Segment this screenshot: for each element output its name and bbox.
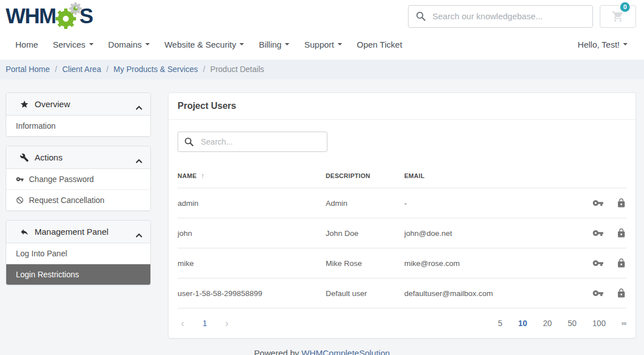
user-name: mike — [178, 259, 326, 268]
search-icon — [184, 137, 194, 147]
key-icon[interactable] — [592, 197, 604, 209]
top-header: WHM — [0, 0, 644, 32]
cart-count-badge: 0 — [619, 1, 631, 13]
breadcrumb-separator: / — [55, 65, 57, 74]
key-icon[interactable] — [592, 257, 604, 269]
table-search — [178, 132, 327, 152]
breadcrumb: Portal Home / Client Area / My Products … — [6, 65, 636, 74]
lock-icon[interactable] — [616, 228, 626, 238]
breadcrumb-bar: Portal Home / Client Area / My Products … — [0, 60, 644, 79]
panel-title: Overview — [35, 99, 70, 109]
prev-page-button[interactable]: ‹ — [178, 318, 188, 328]
user-name: user-1-58-58-299858899 — [178, 289, 326, 298]
logo-text-left: WHM — [6, 6, 56, 27]
page-size-10[interactable]: 10 — [518, 319, 527, 328]
panel-header-actions[interactable]: Actions — [6, 146, 150, 169]
table-row: mike Mike Rose mike@rose.com — [178, 248, 626, 278]
sidebar-panel-overview: Overview Information — [6, 92, 151, 137]
chevron-down-icon — [89, 43, 94, 45]
lock-icon[interactable] — [616, 258, 626, 268]
user-email: mike@rose.com — [404, 259, 574, 268]
whmcs-logo[interactable]: WHM — [6, 1, 92, 32]
chevron-up-icon — [136, 102, 142, 107]
page-size-all[interactable]: ∞ — [621, 319, 626, 327]
knowledgebase-search — [408, 5, 593, 28]
lock-icon[interactable] — [616, 198, 626, 208]
table-header-row: NAME ↑ DESCRIPTION EMAIL — [178, 168, 626, 188]
nav-item-billing[interactable]: Billing — [251, 35, 297, 54]
reply-arrow-icon — [20, 227, 29, 236]
panel-header-management[interactable]: Management Panel — [6, 221, 150, 243]
footer: Powered by WHMCompleteSolution — [0, 339, 644, 355]
sidebar-item-change-password[interactable]: Change Password — [6, 169, 150, 190]
key-icon[interactable] — [592, 288, 604, 299]
nav-item-open-ticket[interactable]: Open Ticket — [350, 35, 410, 54]
next-page-button[interactable]: › — [222, 318, 232, 328]
nav-item-domains[interactable]: Domains — [101, 35, 157, 54]
sidebar: Overview Information Actions — [6, 92, 151, 294]
page-size-5[interactable]: 5 — [498, 319, 503, 328]
sidebar-panel-management: Management Panel Log Into Panel Login Re… — [6, 220, 151, 285]
users-table: NAME ↑ DESCRIPTION EMAIL admin Admin - — [178, 168, 626, 308]
chevron-down-icon — [285, 43, 289, 45]
page-size-50[interactable]: 50 — [568, 319, 577, 328]
breadcrumb-portal-home[interactable]: Portal Home — [6, 65, 50, 74]
main-content: Project Users NAME ↑ DESCRIPTION — [168, 92, 636, 339]
user-description: Mike Rose — [326, 259, 404, 268]
page-size-20[interactable]: 20 — [543, 319, 552, 328]
key-icon — [16, 175, 24, 183]
sidebar-item-log-into-panel[interactable]: Log Into Panel — [6, 243, 150, 264]
star-icon — [20, 100, 29, 109]
search-icon — [415, 11, 426, 22]
table-row: john John Doe john@doe.net — [178, 218, 626, 248]
footer-link-whmcompletesolution[interactable]: WHMCompleteSolution — [301, 348, 390, 355]
main-nav: Home Services Domains Website & Security… — [0, 32, 644, 60]
user-description: Default user — [326, 289, 404, 298]
chevron-down-icon — [623, 43, 628, 45]
sort-asc-icon: ↑ — [201, 172, 204, 180]
sidebar-item-request-cancellation[interactable]: Request Cancellation — [6, 190, 150, 210]
user-email: - — [404, 199, 574, 208]
pagination: ‹ 1 › 5 10 20 50 100 ∞ — [169, 308, 635, 338]
user-menu[interactable]: Hello, Test! — [570, 35, 635, 54]
column-header-description[interactable]: DESCRIPTION — [326, 172, 404, 179]
chevron-down-icon — [145, 43, 150, 45]
user-email: john@doe.net — [404, 229, 574, 238]
gear-icon — [54, 2, 82, 33]
breadcrumb-my-products-services[interactable]: My Products & Services — [113, 65, 198, 74]
breadcrumb-separator: / — [203, 65, 205, 74]
footer-text: Powered by — [254, 348, 301, 355]
ban-icon — [16, 196, 24, 204]
page-number-1[interactable]: 1 — [199, 319, 211, 328]
nav-item-home[interactable]: Home — [8, 35, 45, 54]
panel-title: Management Panel — [35, 227, 108, 236]
sidebar-item-login-restrictions[interactable]: Login Restrictions — [6, 264, 150, 285]
nav-item-services[interactable]: Services — [45, 35, 101, 54]
knowledgebase-search-input[interactable] — [408, 5, 593, 28]
chevron-up-icon — [136, 155, 142, 160]
lock-icon[interactable] — [616, 288, 626, 298]
chevron-down-icon — [338, 43, 342, 45]
sidebar-item-information[interactable]: Information — [6, 116, 150, 136]
breadcrumb-client-area[interactable]: Client Area — [62, 65, 101, 74]
key-icon[interactable] — [592, 227, 604, 239]
user-name: admin — [178, 199, 326, 208]
column-header-name[interactable]: NAME ↑ — [178, 172, 326, 180]
user-email: defaultuser@mailbox.com — [404, 289, 574, 298]
page-size-selector: 5 10 20 50 100 ∞ — [498, 319, 626, 328]
breadcrumb-product-details: Product Details — [211, 65, 264, 74]
page-title: Project Users — [169, 93, 635, 120]
column-header-email[interactable]: EMAIL — [404, 172, 574, 179]
user-description: Admin — [326, 199, 404, 208]
panel-header-overview[interactable]: Overview — [6, 93, 150, 116]
table-row: user-1-58-58-299858899 Default user defa… — [178, 278, 626, 308]
table-row: admin Admin - — [178, 188, 626, 218]
nav-item-support[interactable]: Support — [297, 35, 350, 54]
page-size-100[interactable]: 100 — [592, 319, 605, 328]
nav-item-website-security[interactable]: Website & Security — [157, 35, 251, 54]
cart-button[interactable]: 0 — [600, 5, 636, 28]
project-users-card: Project Users NAME ↑ DESCRIPTION — [168, 92, 636, 339]
table-search-input[interactable] — [178, 132, 327, 152]
wrench-icon — [20, 153, 29, 162]
chevron-up-icon — [136, 230, 142, 234]
